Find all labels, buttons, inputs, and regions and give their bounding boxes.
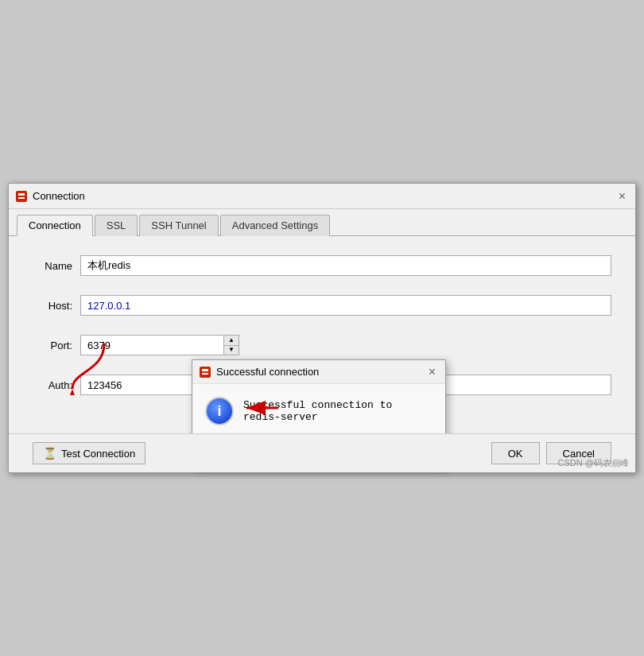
svg-rect-5 xyxy=(202,373,208,375)
host-label: Host: xyxy=(33,300,72,312)
info-icon: i xyxy=(205,397,234,425)
modal-redis-icon xyxy=(199,366,211,378)
auth-label: Auth: xyxy=(33,379,72,391)
test-connection-label: Test Connection xyxy=(61,448,135,460)
modal-close-button[interactable]: × xyxy=(425,364,439,380)
host-row: Host: xyxy=(33,295,611,316)
footer-left: ⏳ Test Connection xyxy=(33,442,145,464)
hourglass-icon: ⏳ xyxy=(43,447,56,460)
svg-rect-0 xyxy=(16,191,27,202)
tab-bar: Connection SSL SSH Tunnel Advanced Setti… xyxy=(9,209,635,236)
title-bar: Connection × xyxy=(9,184,635,209)
svg-rect-1 xyxy=(18,193,25,196)
port-spinner: ▲ ▼ xyxy=(223,335,239,355)
modal-title-left: Successful connection xyxy=(199,366,319,378)
test-connection-button[interactable]: ⏳ Test Connection xyxy=(33,442,145,464)
modal-arrow-icon xyxy=(240,398,280,417)
tab-ssh-tunnel[interactable]: SSH Tunnel xyxy=(139,215,218,236)
modal-title-bar: Successful connection × xyxy=(192,360,445,384)
name-input[interactable] xyxy=(80,255,611,276)
ok-button[interactable]: OK xyxy=(491,442,540,464)
port-spin-up[interactable]: ▲ xyxy=(224,336,239,346)
title-bar-left: Connection xyxy=(15,190,85,203)
port-input[interactable] xyxy=(80,335,223,355)
modal-body: i Successful connection to redis-server xyxy=(192,384,445,433)
port-row: Port: ▲ ▼ xyxy=(33,335,611,355)
window-title: Connection xyxy=(33,190,85,202)
tab-advanced-settings[interactable]: Advanced Settings xyxy=(220,215,330,236)
redis-icon xyxy=(15,190,28,203)
connection-window: Connection × Connection SSL SSH Tunnel A… xyxy=(8,183,636,473)
name-label: Name xyxy=(33,260,72,272)
window-close-button[interactable]: × xyxy=(615,188,629,204)
svg-rect-2 xyxy=(18,197,25,199)
port-label: Port: xyxy=(33,340,72,351)
host-input[interactable] xyxy=(80,295,611,316)
footer: ⏳ Test Connection OK Cancel CSDN @码农崩峰 xyxy=(9,433,635,472)
port-spin-down[interactable]: ▼ xyxy=(224,346,239,355)
port-input-wrap: ▲ ▼ xyxy=(80,335,239,355)
tab-connection[interactable]: Connection xyxy=(17,215,93,236)
content-area: Name Host: Port: ▲ ▼ Auth: xyxy=(9,236,635,433)
modal-title-text: Successful connection xyxy=(216,366,319,378)
svg-rect-3 xyxy=(200,367,211,378)
watermark: CSDN @码农崩峰 xyxy=(558,457,629,469)
tab-ssl[interactable]: SSL xyxy=(95,215,138,236)
name-row: Name xyxy=(33,255,611,276)
svg-rect-4 xyxy=(202,369,208,371)
